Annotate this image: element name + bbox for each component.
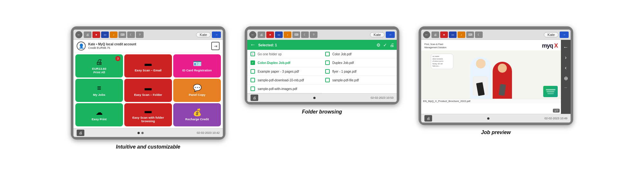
- preview-pages: 1/7: [553, 109, 560, 113]
- topbar-icons-2: 🖨 ● ▭ ♪ ⌨ ☾ ?: [258, 32, 369, 38]
- user-credit-1: Credit EUR98.75: [88, 46, 136, 50]
- tile-easy-scan-browsing[interactable]: ▬ Easy Scan with folder browsing: [124, 103, 172, 126]
- scan-email-label: Easy Scan – Email: [135, 68, 161, 72]
- file-checkbox-color-duplex[interactable]: [251, 60, 255, 65]
- scan-browsing-icon: ▬: [145, 107, 152, 114]
- wifi-icon-tb2: ⌨: [292, 32, 300, 38]
- file-checkbox-example[interactable]: [251, 69, 255, 74]
- file-item-example[interactable]: Example paper - 3 pages.pdf: [247, 67, 322, 76]
- folder-back-btn[interactable]: ←: [250, 41, 256, 48]
- file-item-color-job[interactable]: Color Job.pdf: [322, 50, 397, 59]
- bottom-bar-1: 🖨 02-02-2023 10:42: [73, 128, 223, 137]
- tile-panel-copy[interactable]: 💬 Panel Copy: [173, 79, 221, 102]
- scan-browsing-label: Easy Scan with folder browsing: [126, 116, 170, 123]
- tile-easy-print[interactable]: ☁ Easy Print: [75, 103, 123, 126]
- wifi-icon-tb: ⌨: [118, 32, 126, 38]
- dot2-1: [313, 97, 316, 99]
- file-item-up[interactable]: ↑ Go one folder up: [247, 50, 322, 59]
- file-checkbox-up[interactable]: ↑: [251, 52, 255, 56]
- pagination-dots-2: [313, 97, 316, 99]
- tablet-screen-2: ← 🖨 ● ▭ ♪ ⌨ ☾ ? Kate → ←: [247, 30, 397, 102]
- username-display-2: Kate: [370, 32, 384, 37]
- tile-my-jobs[interactable]: ≡ My Jobs: [75, 79, 123, 102]
- file-name-sample-images: sample-pdf-with-images.pdf: [258, 87, 297, 91]
- tablet-frame-2: ← 🖨 ● ▭ ♪ ⌨ ☾ ? Kate → ←: [245, 26, 399, 105]
- help-icon-tb2: ?: [310, 32, 317, 38]
- bottom-printer-icon: 🖨: [77, 130, 84, 136]
- print-icon-tb2: 🖨: [258, 32, 265, 38]
- file-item-sample-images[interactable]: sample-pdf-with-images.pdf: [247, 85, 322, 93]
- file-checkbox-duplex-job[interactable]: [325, 60, 330, 65]
- myq-logo: myq X: [542, 42, 558, 49]
- login-button-1[interactable]: →: [212, 32, 221, 38]
- preview-back-btn[interactable]: ←: [563, 43, 568, 51]
- menu-grid-1: 🖨 EUR13.60Print All 3 ▬ Easy Scan – Emai…: [73, 52, 223, 128]
- pagination-dots-3: [487, 117, 489, 120]
- caption-2: Folder browsing: [302, 109, 342, 115]
- folder-print-btn[interactable]: 🖨: [390, 42, 394, 48]
- tile-easy-scan-email[interactable]: ▬ Easy Scan – Email: [124, 54, 172, 77]
- username-display-3: Kate: [544, 32, 558, 37]
- printer-illustration: [543, 86, 558, 97]
- file-list: ↑ Go one folder up Color-Duplex Job.pdf …: [247, 50, 397, 93]
- volume-icon-tb2: ♪: [284, 32, 291, 38]
- file-item-duplex-job[interactable]: Duplex Job.pdf: [322, 59, 397, 67]
- id-card-icon: 🪪: [193, 60, 202, 67]
- login-button-2[interactable]: →: [386, 32, 395, 38]
- moon-icon-tb: ☾: [127, 32, 135, 38]
- pagination-dots-1: [137, 132, 144, 134]
- datetime-2: 02-02-2023 10:53: [371, 96, 393, 99]
- my-jobs-icon: ≡: [97, 85, 101, 92]
- recharge-label: Recharge Credit: [185, 117, 209, 121]
- tile-id-card[interactable]: 🪪 ID Card Registration: [173, 54, 221, 77]
- file-item-sample-10mb[interactable]: sample-pdf-download-10-mb.pdf: [247, 76, 322, 85]
- datetime-3: 02-02-2023 10:49: [545, 117, 567, 120]
- folder-check-btn[interactable]: ✓: [383, 42, 387, 48]
- folder-selected-count: Selected: 1: [258, 43, 277, 47]
- file-checkbox-sample-10mb[interactable]: [251, 78, 255, 82]
- file-item-sample-file[interactable]: sample-pdf-file.pdf: [322, 76, 397, 85]
- preview-next-btn[interactable]: ›: [565, 53, 566, 62]
- username-display-1: Kate: [196, 32, 211, 37]
- folder-actions: ⚙ ✓ 🖨: [376, 42, 394, 48]
- user-name-1: Kate • MyQ local credit account: [88, 42, 136, 46]
- folder-filter-btn[interactable]: ⚙: [376, 42, 381, 48]
- back-button-2[interactable]: ←: [249, 31, 256, 38]
- tile-print-all[interactable]: 🖨 EUR13.60Print All 3: [75, 54, 123, 77]
- back-button-1[interactable]: ←: [75, 31, 82, 38]
- file-item-flyer[interactable]: flyer - 1 page.pdf: [322, 67, 397, 76]
- person-1: [470, 57, 491, 99]
- my-jobs-label: My Jobs: [93, 93, 105, 96]
- print-icon-tb3: 🖨: [431, 32, 439, 38]
- file-checkbox-color-job[interactable]: [325, 52, 330, 56]
- topbar-1: ← 🖨 ● ▭ ♪ ⌨ ☾ ? Kate →: [73, 30, 223, 40]
- preview-zoom-btn[interactable]: ⊕: [564, 74, 568, 83]
- file-checkbox-sample-images[interactable]: [251, 86, 255, 91]
- network-icon-tb: ●: [92, 32, 100, 38]
- file-name-duplex-job: Duplex Job.pdf: [332, 61, 354, 65]
- tile-recharge[interactable]: 💰 Recharge Credit: [173, 103, 221, 126]
- file-name-sample-file: sample-pdf-file.pdf: [332, 78, 359, 82]
- login-button-3[interactable]: →: [560, 32, 569, 38]
- help-icon-tb: ?: [136, 32, 144, 38]
- file-item-color-duplex[interactable]: Color-Duplex Job.pdf: [247, 59, 322, 67]
- back-button-3[interactable]: ←: [423, 31, 430, 38]
- file-checkbox-flyer[interactable]: [325, 69, 330, 74]
- panel-copy-label: Panel Copy: [189, 93, 205, 96]
- file-name-flyer: flyer - 1 page.pdf: [332, 70, 356, 73]
- logout-button-1[interactable]: ⇥: [211, 42, 220, 50]
- bottom-printer-icon-3: 🖨: [424, 115, 432, 122]
- tablet-icon-tb3: ▭: [449, 32, 457, 38]
- print-icon-tb: 🖨: [84, 32, 91, 38]
- tablet-frame-1: ← 🖨 ● ▭ ♪ ⌨ ☾ ? Kate → 👤: [71, 26, 225, 140]
- file-name-example: Example paper - 3 pages.pdf: [258, 70, 299, 73]
- file-name-color-duplex: Color-Duplex Job.pdf: [258, 61, 290, 65]
- preview-filename: EN_MyQ_X_Product_Brochure_2022.pdf: [421, 99, 561, 103]
- file-col-right: Color Job.pdf Duplex Job.pdf flyer - 1 p…: [322, 50, 397, 93]
- preview-prev-btn[interactable]: ‹: [565, 64, 566, 72]
- topbar-3: ← 🖨 ● ▭ ♪ ⌨ ☾ Kate →: [421, 30, 571, 40]
- tile-easy-scan-folder[interactable]: ▬ Easy Scan – Folder: [124, 79, 172, 102]
- brochure-tagline: Print, Scan & FleetManagement Solution: [424, 43, 446, 49]
- file-checkbox-sample-file[interactable]: [325, 78, 330, 82]
- preview-more-btn[interactable]: ···: [564, 85, 567, 91]
